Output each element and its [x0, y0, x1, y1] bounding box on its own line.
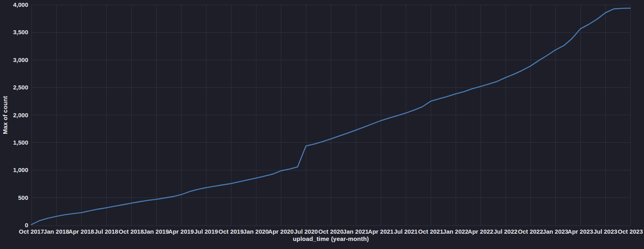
x-tick-label: Apr 2019 — [168, 228, 194, 235]
y-tick-label: 2,000 — [13, 112, 28, 118]
x-tick-label: Jul 2020 — [294, 228, 318, 235]
y-tick-label: 0 — [25, 222, 28, 228]
x-tick-label: Oct 2019 — [219, 228, 244, 235]
x-tick-label: Jul 2023 — [593, 228, 617, 235]
x-tick-label: Jan 2018 — [43, 228, 69, 235]
y-tick-label: 3,000 — [13, 56, 28, 63]
x-tick-label: Jan 2020 — [243, 228, 268, 235]
x-tick-label: Apr 2020 — [268, 228, 293, 235]
y-tick-label: 2,500 — [13, 84, 28, 91]
x-tick-label: Oct 2021 — [418, 228, 444, 235]
x-tick-label: Jan 2021 — [343, 228, 368, 235]
y-tick-label: 500 — [18, 194, 28, 201]
x-tick-label: Oct 2023 — [618, 228, 643, 235]
x-tick-label: Apr 2021 — [368, 228, 393, 235]
x-tick-label: Oct 2022 — [518, 228, 543, 235]
x-tick-label: Jul 2019 — [194, 228, 218, 235]
x-tick-label: Oct 2017 — [19, 228, 44, 235]
x-tick-label: Jul 2018 — [94, 228, 118, 235]
gridlines — [31, 5, 630, 225]
axis-tick-labels: 05001,0001,5002,0002,5003,0003,5004,000O… — [13, 1, 643, 235]
x-tick-label: Oct 2020 — [318, 228, 344, 235]
y-tick-label: 3,500 — [13, 29, 28, 35]
x-tick-label: Jul 2021 — [394, 228, 417, 235]
x-tick-label: Oct 2018 — [119, 228, 144, 235]
x-tick-label: Jan 2023 — [543, 228, 568, 235]
y-tick-label: 4,000 — [13, 1, 28, 8]
x-tick-label: Jan 2019 — [143, 228, 169, 235]
line-chart-panel: 05001,0001,5002,0002,5003,0003,5004,000O… — [0, 0, 644, 249]
x-tick-label: Jul 2022 — [493, 228, 517, 235]
y-tick-label: 1,000 — [13, 166, 28, 173]
line-chart: 05001,0001,5002,0002,5003,0003,5004,000O… — [0, 0, 644, 249]
x-tick-label: Apr 2018 — [68, 228, 94, 235]
x-tick-label: Apr 2022 — [468, 228, 493, 235]
y-tick-label: 1,500 — [13, 139, 28, 146]
x-tick-label: Apr 2023 — [568, 228, 593, 235]
x-tick-label: Jan 2022 — [443, 228, 468, 235]
